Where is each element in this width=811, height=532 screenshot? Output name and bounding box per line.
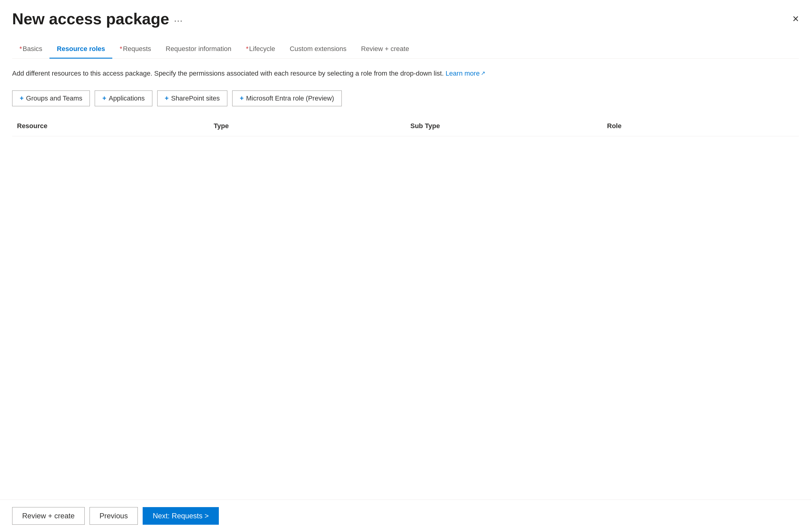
table-header-row: Resource Type Sub Type Role bbox=[12, 116, 799, 136]
learn-more-link[interactable]: Learn more ↗ bbox=[446, 68, 486, 78]
footer: Review + create Previous Next: Requests … bbox=[0, 500, 811, 532]
page-title: New access package bbox=[12, 10, 169, 28]
resource-action-buttons: + Groups and Teams + Applications + Shar… bbox=[12, 91, 799, 106]
applications-button[interactable]: + Applications bbox=[95, 91, 152, 106]
col-role: Role bbox=[602, 120, 799, 132]
tab-custom-extensions[interactable]: Custom extensions bbox=[282, 40, 354, 59]
tabs-nav: *Basics Resource roles *Requests Request… bbox=[12, 40, 799, 59]
required-star-basics: * bbox=[19, 45, 22, 52]
external-link-icon: ↗ bbox=[481, 69, 485, 77]
tab-basics[interactable]: *Basics bbox=[12, 40, 49, 59]
plus-icon-applications: + bbox=[102, 94, 106, 102]
tab-resource-roles[interactable]: Resource roles bbox=[49, 40, 112, 59]
tab-review-create[interactable]: Review + create bbox=[354, 40, 416, 59]
required-star-lifecycle: * bbox=[246, 45, 248, 52]
tab-requestor-info[interactable]: Requestor information bbox=[158, 40, 239, 59]
previous-button[interactable]: Previous bbox=[90, 507, 138, 525]
entra-role-button[interactable]: + Microsoft Entra role (Preview) bbox=[232, 91, 342, 106]
groups-teams-button[interactable]: + Groups and Teams bbox=[12, 91, 90, 106]
col-subtype: Sub Type bbox=[406, 120, 602, 132]
resource-table: Resource Type Sub Type Role bbox=[12, 116, 799, 532]
tab-lifecycle[interactable]: *Lifecycle bbox=[239, 40, 282, 59]
required-star-requests: * bbox=[120, 45, 122, 52]
more-options-icon[interactable]: ... bbox=[174, 14, 183, 24]
sharepoint-sites-button[interactable]: + SharePoint sites bbox=[157, 91, 227, 106]
plus-icon-entra: + bbox=[240, 94, 244, 102]
description-text: Add different resources to this access p… bbox=[12, 68, 799, 78]
next-button[interactable]: Next: Requests > bbox=[143, 507, 219, 525]
tab-requests[interactable]: *Requests bbox=[112, 40, 158, 59]
col-type: Type bbox=[209, 120, 406, 132]
plus-icon-sharepoint: + bbox=[165, 94, 169, 102]
review-create-button[interactable]: Review + create bbox=[12, 507, 85, 525]
close-icon[interactable]: × bbox=[793, 13, 799, 24]
col-resource: Resource bbox=[12, 120, 209, 132]
plus-icon-groups: + bbox=[20, 94, 24, 102]
